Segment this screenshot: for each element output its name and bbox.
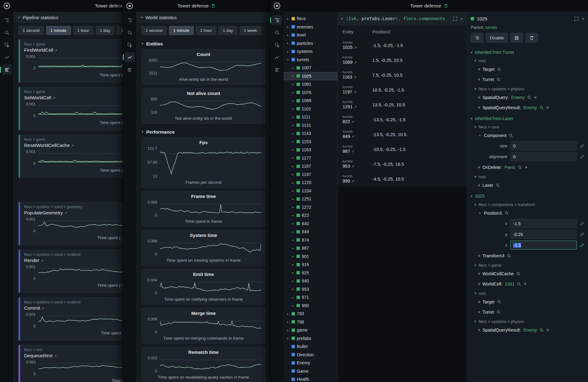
chevron-right-icon[interactable]: ▸ <box>286 17 290 20</box>
tree-item-887[interactable]: ▸887 <box>284 244 337 252</box>
chevron-down-icon[interactable]: ▾ <box>286 58 290 61</box>
search-icon[interactable] <box>496 310 501 314</box>
field-input-alignment[interactable]: 0 <box>510 152 577 161</box>
tree-item-916[interactable]: ▸916 <box>284 260 337 269</box>
query-expression[interactable]: (IsA, prefabs.Laser), flecs.components <box>346 16 450 21</box>
open-link-icon[interactable]: ↗ <box>52 96 55 100</box>
open-link-icon[interactable]: ↗ <box>354 105 357 109</box>
inspect-icon[interactable] <box>125 40 135 50</box>
entity-id-link[interactable]: 1197↗ <box>343 89 372 95</box>
world-section-header[interactable]: ▾Entities <box>137 39 270 49</box>
outliner-icon[interactable] <box>272 15 282 25</box>
inspector-group-header[interactable]: ▾inherited from Laser <box>467 113 588 122</box>
time-range-button[interactable]: 1 day <box>96 26 115 35</box>
component-row[interactable]: SpatialQueryResult:Enemy <box>467 102 588 113</box>
component-row[interactable]: ▾Component <box>467 130 588 140</box>
time-range-button[interactable]: 1 hour <box>73 26 93 35</box>
chevron-down-icon[interactable]: ▾ <box>474 292 476 295</box>
query-result-row[interactable]: turrets1251↗13.5, -0.25, 10.5 <box>338 97 467 112</box>
tree-item-798[interactable]: ▸798 <box>284 318 337 326</box>
component-row[interactable]: Transform3 <box>467 251 588 261</box>
chevron-right-icon[interactable]: ▸ <box>286 312 290 315</box>
entity-id-link[interactable]: 1025↗ <box>343 45 372 50</box>
search-icon[interactable] <box>496 183 500 187</box>
time-range-button[interactable]: 1 week <box>240 26 262 35</box>
tree-item-1197[interactable]: ▸1197 <box>284 170 337 179</box>
tree-item-Bullet[interactable]: Bullet <box>284 342 337 351</box>
component-value-link[interactable]: Enemy <box>524 105 537 110</box>
browse-tree-button[interactable] <box>471 33 483 43</box>
tree-item-1007[interactable]: ▸1007 <box>284 64 337 72</box>
component-path-header[interactable]: ▾root <box>467 56 588 64</box>
tree-item-1089[interactable]: ▸1089 <box>284 97 337 105</box>
open-link-icon[interactable]: ↗ <box>41 259 44 263</box>
tree-item-971[interactable]: ▸971 <box>284 293 337 302</box>
open-link-icon[interactable]: ↗ <box>71 144 74 148</box>
query-result-row[interactable]: turrets887↗-10.5, -0.25, -1.5 <box>338 142 467 157</box>
chevron-down-icon[interactable]: ▾ <box>471 117 473 120</box>
component-value-link[interactable]: Enemy <box>511 95 525 100</box>
chevron-down-icon[interactable]: ▾ <box>474 203 476 206</box>
open-link-icon[interactable]: ↗ <box>351 149 354 154</box>
search-icon[interactable] <box>497 300 501 304</box>
chevron-right-icon[interactable]: ▸ <box>291 83 295 86</box>
chevron-down-icon[interactable]: ▾ <box>18 16 20 19</box>
field-input-x[interactable]: -1.5 <box>510 219 577 228</box>
chevron-right-icon[interactable]: ▸ <box>291 181 295 184</box>
tree-item-849[interactable]: ▸849 <box>284 228 337 236</box>
search-icon[interactable] <box>272 28 282 37</box>
tree-item-1076[interactable]: ▸1076 <box>284 88 337 97</box>
chevron-down-icon[interactable]: ▾ <box>478 134 482 137</box>
chevron-down-icon[interactable]: ▾ <box>478 211 482 215</box>
chevron-right-icon[interactable]: ▸ <box>286 41 290 45</box>
tree-item-systems[interactable]: ▸systems <box>284 47 337 56</box>
chevron-down-icon[interactable]: ▾ <box>341 17 343 20</box>
chevron-down-icon[interactable]: ▾ <box>474 320 476 323</box>
search-icon[interactable] <box>507 254 511 258</box>
chevron-right-icon[interactable]: ▸ <box>291 255 295 258</box>
open-link-icon[interactable]: ↗ <box>54 48 58 53</box>
search-icon[interactable] <box>516 272 521 276</box>
chevron-right-icon[interactable]: ▸ <box>291 148 295 152</box>
trash-icon[interactable] <box>211 4 215 8</box>
chart-icon[interactable] <box>2 52 12 62</box>
open-link-icon[interactable]: ↗ <box>353 90 357 94</box>
chevron-down-icon[interactable]: ▾ <box>142 42 144 45</box>
tree-item-Enemy[interactable]: Enemy <box>284 359 337 367</box>
tree-item-940[interactable]: ▸940 <box>284 277 337 285</box>
chart-icon[interactable] <box>125 52 135 62</box>
tree-item-1272[interactable]: ▸1272 <box>284 203 337 212</box>
tree-item-925[interactable]: ▸925 <box>284 269 337 277</box>
chevron-down-icon[interactable]: ▾ <box>471 195 473 198</box>
chevron-right-icon[interactable]: ▸ <box>291 140 295 143</box>
tree-item-level[interactable]: ▸level <box>284 31 337 39</box>
tree-item-1187[interactable]: ▸1187 <box>284 162 337 170</box>
time-range-button[interactable]: 1 second <box>141 26 167 35</box>
component-path-header[interactable]: ▾flecs > systems > physics <box>467 84 588 92</box>
tree-item-prefabs[interactable]: ▸prefabs <box>284 334 337 343</box>
stats-icon[interactable] <box>2 65 12 75</box>
world-panel-header[interactable]: ▾ World statistics <box>137 12 270 23</box>
asterisk-icon[interactable] <box>534 96 537 99</box>
open-link-icon[interactable]: ↗ <box>54 354 57 358</box>
entity-id-link[interactable]: 1251↗ <box>343 104 372 109</box>
tree-item-990[interactable]: ▸990 <box>284 302 337 310</box>
tree-item-874[interactable]: ▸874 <box>284 236 337 244</box>
chevron-right-icon[interactable]: ▸ <box>291 189 295 192</box>
trash-icon[interactable] <box>444 4 448 8</box>
component-path-header[interactable]: ▾flecs > core <box>467 122 588 130</box>
field-input-size[interactable]: 0 <box>510 141 577 150</box>
search-icon[interactable] <box>504 211 509 215</box>
world-section-header[interactable]: ▾Performance <box>137 127 270 137</box>
entity-id-link[interactable]: 887↗ <box>343 149 372 154</box>
component-row[interactable]: Target <box>467 64 588 74</box>
open-link-icon[interactable]: ↗ <box>351 135 354 139</box>
tree-item-particles[interactable]: ▸particles <box>284 39 337 48</box>
query-result-row[interactable]: turrets990↗-4.5, -0.25, 10.5 <box>338 172 467 187</box>
revert-icon[interactable] <box>580 243 584 247</box>
component-row[interactable]: Turret <box>467 74 588 84</box>
open-link-icon[interactable]: ↗ <box>64 211 67 215</box>
time-range-button[interactable]: 1 minute <box>46 26 71 35</box>
component-path-header[interactable]: ▾root <box>467 289 588 297</box>
component-row[interactable]: Turret <box>467 307 588 317</box>
